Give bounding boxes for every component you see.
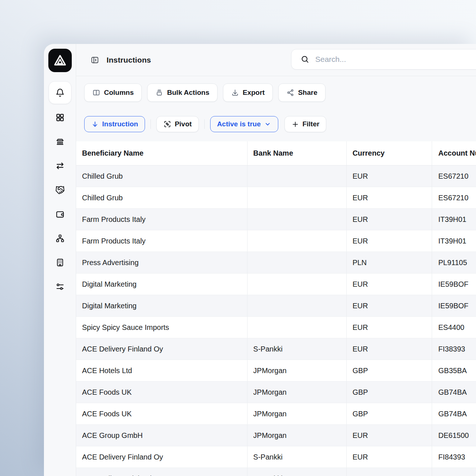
sidebar-item-settings[interactable] (55, 282, 65, 291)
table-body: Chilled GrubEURES67210Chilled GrubEURES6… (76, 166, 476, 476)
cell-beneficiary: ACE Delivery Finland Oy (76, 446, 248, 468)
bulk-actions-button[interactable]: Bulk Actions (147, 83, 217, 102)
sidebar-item-wallets[interactable] (55, 209, 65, 219)
column-header[interactable]: Bank Name (248, 141, 347, 165)
cell-currency: EUR (347, 338, 432, 360)
triangle-logo-icon (53, 53, 67, 67)
sidebar-item-counterparties[interactable] (55, 185, 65, 195)
cell-account: GB35BA (432, 360, 476, 381)
table-row[interactable]: Digital MarketingEURIE59BOF (76, 274, 476, 295)
app-logo[interactable] (48, 49, 72, 72)
grid-icon (55, 113, 65, 122)
cell-currency: EUR (347, 446, 432, 468)
page-title: Instructions (107, 56, 151, 64)
sliders-icon (55, 282, 65, 291)
cell-account: IE59BOF (432, 274, 476, 295)
table-row[interactable]: Farm Products ItalyEURIT39H01 (76, 209, 476, 230)
cell-beneficiary: ACE Delivery Finland Oy (76, 468, 248, 476)
cell-account: IT39H01 (432, 209, 476, 230)
pivot-icon (163, 120, 171, 128)
cell-beneficiary: Digital Marketing (76, 274, 248, 295)
sidebar-item-dashboard[interactable] (55, 113, 65, 122)
add-filter-button[interactable]: Filter (285, 116, 326, 132)
cell-currency: PLN (347, 252, 432, 273)
active-filter-pill[interactable]: Active is true (210, 116, 278, 132)
active-filter-label: Active is true (217, 120, 261, 128)
cell-bank (248, 166, 347, 187)
pivot-button-label: Pivot (175, 120, 191, 128)
sidebar (44, 44, 76, 476)
cell-account: ES67210 (432, 166, 476, 187)
cell-bank (248, 252, 347, 273)
table-row[interactable]: Spicy Spicy Sauce ImportsEURES4400 (76, 317, 476, 338)
cell-beneficiary: ACE Foods UK (76, 403, 248, 424)
share-button-label: Share (298, 89, 317, 97)
handshake-icon (55, 185, 65, 195)
add-filter-label: Filter (302, 120, 319, 128)
columns-button[interactable]: Columns (84, 83, 142, 102)
search-bar[interactable] (291, 49, 476, 70)
table-row[interactable]: ACE Foods UKJPMorganGBPGB74BA (76, 403, 476, 425)
sidebar-item-banking[interactable] (55, 137, 65, 146)
cell-currency: EUR (347, 274, 432, 295)
table-row[interactable]: ACE Group GmbHJPMorganEURDE61500 (76, 425, 476, 446)
column-header[interactable]: Account Number (432, 141, 476, 165)
table-row[interactable]: ACE Foods UKJPMorganGBPGB74BA (76, 382, 476, 403)
columns-icon (92, 89, 100, 97)
table-row[interactable]: ACE Delivery Finland OyS-PankkiEUR400000… (76, 468, 476, 476)
building-icon (55, 258, 65, 267)
table-row[interactable]: Farm Products ItalyEURIT39H01 (76, 230, 476, 252)
transfer-arrows-icon (55, 161, 65, 171)
cell-currency: EUR (347, 166, 432, 187)
toolbar: Columns Bulk Actions Export (84, 83, 476, 102)
sidebar-item-company[interactable] (55, 258, 65, 267)
table-row[interactable]: Digital MarketingEURIE59BOF (76, 295, 476, 317)
cell-currency: GBP (347, 360, 432, 381)
cell-account: FI38393 (432, 338, 476, 360)
table-row[interactable]: Press AdvertisingPLNPL91105 (76, 252, 476, 274)
sidebar-nav (55, 113, 65, 291)
bell-icon (55, 88, 65, 97)
cell-account: 4000007 (432, 468, 476, 476)
sidebar-item-transfers[interactable] (55, 161, 65, 171)
cell-account: ES67210 (432, 187, 476, 208)
panel-toggle-icon[interactable] (90, 56, 99, 64)
table-row[interactable]: ACE Delivery Finland OyS-PankkiEURFI3839… (76, 338, 476, 360)
wallet-icon (55, 209, 65, 219)
chevron-down-icon (264, 120, 271, 128)
search-input[interactable] (315, 55, 476, 64)
bank-icon (55, 137, 65, 146)
cell-beneficiary: Digital Marketing (76, 295, 248, 316)
arrow-down-icon (91, 120, 99, 128)
cell-beneficiary: Spicy Spicy Sauce Imports (76, 317, 248, 338)
cell-beneficiary: Farm Products Italy (76, 209, 248, 230)
bulk-actions-icon (155, 89, 163, 97)
main-area: Instructions Columns Bulk Acti (76, 44, 476, 476)
table-row[interactable]: ACE Delivery Finland OyS-PankkiEURFI8439… (76, 446, 476, 468)
app-window: Instructions Columns Bulk Acti (44, 44, 476, 476)
sidebar-item-entities[interactable] (55, 234, 65, 243)
notifications-button[interactable] (49, 81, 71, 104)
cell-currency: EUR (347, 317, 432, 338)
download-icon (231, 89, 239, 97)
cell-account: DE61500 (432, 425, 476, 446)
cell-bank: JPMorgan (248, 360, 347, 381)
column-header[interactable]: Beneficiary Name (76, 141, 248, 165)
share-button[interactable]: Share (278, 83, 326, 102)
cell-currency: GBP (347, 403, 432, 424)
export-button[interactable]: Export (223, 83, 273, 102)
cell-bank: S-Pankki (248, 446, 347, 468)
cell-beneficiary: Press Advertising (76, 252, 248, 273)
cell-bank: JPMorgan (248, 403, 347, 424)
table-row[interactable]: ACE Hotels LtdJPMorganGBPGB35BA (76, 360, 476, 382)
cell-bank (248, 230, 347, 252)
cell-beneficiary: Chilled Grub (76, 187, 248, 208)
cell-bank: JPMorgan (248, 382, 347, 403)
pivot-button[interactable]: Pivot (156, 116, 198, 132)
instruction-sort-pill[interactable]: Instruction (84, 116, 145, 132)
column-header[interactable]: Currency (347, 141, 432, 165)
table-row[interactable]: Chilled GrubEURES67210 (76, 187, 476, 209)
cell-account: ES4400 (432, 317, 476, 338)
cell-account: PL91105 (432, 252, 476, 273)
table-row[interactable]: Chilled GrubEURES67210 (76, 166, 476, 187)
